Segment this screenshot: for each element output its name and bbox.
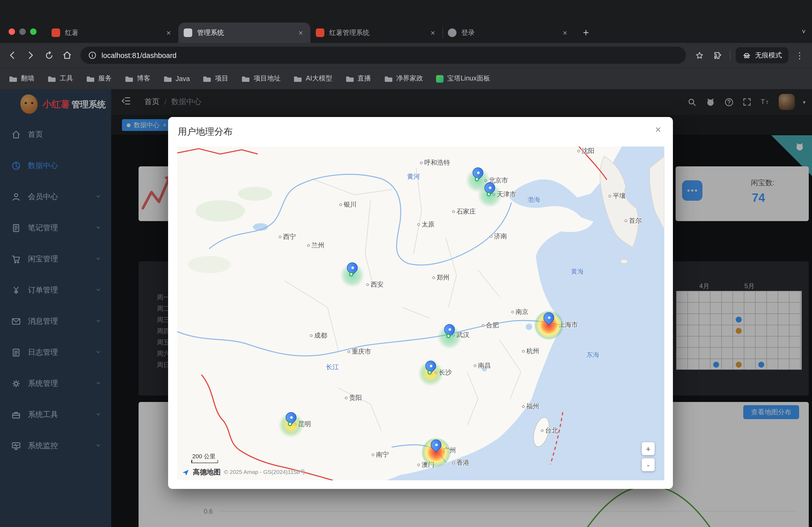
city-label: 呼和浩特 (420, 158, 450, 167)
map-base-layer (177, 147, 664, 480)
city-name: 济南 (494, 232, 507, 241)
folder-icon (47, 74, 56, 83)
browser-tab[interactable]: 红薯管理系统× (310, 22, 443, 43)
minimize-window-button[interactable] (19, 28, 26, 35)
tab-close-icon[interactable]: × (429, 28, 437, 37)
forward-button[interactable] (21, 46, 40, 64)
city-dot-icon (541, 429, 543, 432)
bookmark-item[interactable]: 翻墙 (9, 74, 34, 83)
folder-icon (293, 74, 302, 83)
city-dot-icon (608, 195, 611, 197)
tab-title: 管理系统 (197, 28, 292, 37)
tab-title: 红薯 (65, 28, 160, 37)
city-label: 银川 (339, 200, 357, 209)
city-name: 石家庄 (456, 207, 476, 216)
bookmark-item[interactable]: 项目 (203, 74, 229, 83)
city-dot-icon (625, 220, 627, 222)
map-attribution: 高德地图 © 2025 Amap - GS(2024)1158号 (182, 467, 305, 477)
city-name: 杭州 (526, 347, 539, 356)
bookmark-item[interactable]: 工具 (47, 74, 73, 83)
browser-tab[interactable]: 红薯× (46, 22, 178, 43)
city-dot-icon (420, 162, 423, 164)
extensions-button[interactable] (708, 46, 727, 64)
tab-favicon-icon (52, 28, 60, 37)
city-dot-icon (345, 396, 347, 399)
city-name: 银川 (344, 200, 357, 209)
browser-tab[interactable]: 登录× (443, 22, 575, 43)
close-window-button[interactable] (9, 28, 15, 35)
zoom-out-button[interactable]: - (642, 458, 655, 471)
zoom-in-button[interactable]: + (642, 442, 655, 455)
puzzle-icon (712, 50, 723, 60)
bookmark-item[interactable]: 宝塔Linux面板 (436, 74, 490, 83)
map-zoom-controls: + - (642, 442, 655, 471)
bookmark-item[interactable]: 直播 (345, 74, 371, 83)
amap-copyright: © 2025 Amap - GS(2024)1158号 (224, 468, 305, 476)
tab-favicon-icon (448, 28, 456, 37)
new-tab-button[interactable]: + (578, 25, 594, 41)
reload-button[interactable] (40, 46, 58, 64)
city-name: 重庆市 (352, 347, 371, 356)
city-label: 济南 (490, 232, 507, 241)
maximize-window-button[interactable] (30, 28, 37, 35)
bookmark-label: Java (176, 75, 190, 82)
bookmark-item[interactable]: 服务 (86, 74, 112, 83)
city-name: 沈阳 (582, 147, 595, 156)
bookmark-item[interactable]: 净界家政 (384, 74, 423, 83)
water-label: 东海 (586, 350, 599, 360)
city-dot-icon (372, 453, 374, 456)
home-button[interactable] (58, 46, 76, 64)
folder-icon (242, 74, 250, 83)
city-dot-icon (347, 350, 350, 353)
tab-favicon-icon (316, 28, 324, 37)
geo-distribution-dialog: 用户地理分布 × (168, 117, 673, 489)
amap-logo-icon (182, 468, 190, 476)
kebab-icon: ⋮ (795, 50, 804, 60)
city-label: 南京 (511, 307, 528, 317)
dialog-close-icon[interactable]: × (652, 123, 664, 137)
city-label: 杭州 (522, 347, 539, 356)
bookmark-item[interactable]: 博客 (125, 74, 150, 83)
web-page: 小红薯管理系统 首页数据中心会员中心笔记管理闲宝管理订单管理消息管理日志管理系统… (0, 89, 812, 527)
bookmark-label: 宝塔Linux面板 (447, 74, 490, 83)
bookmark-label: 工具 (60, 74, 73, 83)
bookmark-item[interactable]: 项目地址 (242, 74, 280, 83)
tab-close-icon[interactable]: × (164, 28, 173, 37)
bookmark-item[interactable]: Java (163, 74, 190, 83)
tab-close-icon[interactable]: × (561, 28, 569, 37)
city-name: 首尔 (629, 216, 642, 225)
city-dot-icon (279, 236, 281, 238)
address-bar[interactable]: localhost:81/dashboard (81, 47, 686, 64)
city-label: 南昌 (474, 361, 491, 370)
city-label: 贵阳 (345, 393, 362, 403)
folder-icon (345, 74, 354, 83)
browser-menu-button[interactable]: ⋮ (791, 46, 809, 64)
tab-close-icon[interactable]: × (296, 28, 305, 37)
tab-search-caret-icon[interactable]: ˅ (802, 28, 806, 35)
folder-icon (203, 74, 211, 83)
site-info-icon[interactable] (88, 51, 97, 60)
city-dot-icon (366, 283, 369, 286)
incognito-label: 无痕模式 (755, 51, 782, 60)
bookmark-item[interactable]: AI大模型 (293, 74, 332, 83)
city-dot-icon (339, 204, 342, 206)
city-name: 西宁 (283, 232, 296, 241)
bookmark-star-button[interactable] (690, 46, 708, 64)
bookmarks-bar: 翻墙工具服务博客Java项目项目地址AI大模型直播净界家政宝塔Linux面板 (0, 67, 812, 89)
city-name: 南京 (516, 307, 528, 317)
back-button[interactable] (3, 46, 21, 64)
amap-logo-text: 高德地图 (193, 467, 221, 477)
tab-title: 登录 (461, 28, 556, 37)
star-icon (694, 50, 704, 60)
city-dot-icon (452, 210, 455, 213)
city-label: 太原 (417, 220, 434, 229)
folder-icon (86, 74, 95, 83)
city-dot-icon (417, 464, 420, 466)
browser-tab[interactable]: 管理系统× (178, 22, 310, 43)
toolbar-divider (730, 50, 730, 61)
city-dot-icon (490, 235, 492, 238)
city-dot-icon (417, 223, 420, 226)
city-label: 沈阳 (577, 147, 595, 156)
china-map[interactable]: 黄河渤海黄海东海长江呼和浩特沈阳银川太原石家庄济南西宁兰州北京市天津市平壤首尔西… (177, 147, 664, 480)
bookmark-label: 博客 (137, 74, 150, 83)
